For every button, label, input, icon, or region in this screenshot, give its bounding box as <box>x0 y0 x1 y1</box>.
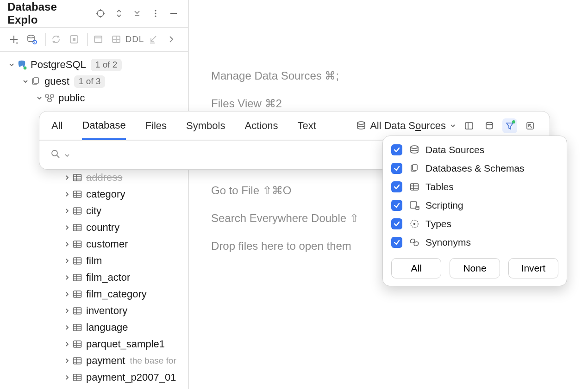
chevron-right-icon[interactable] <box>62 173 72 183</box>
checkbox-checked-icon[interactable] <box>391 181 402 192</box>
checkbox-checked-icon[interactable] <box>391 200 402 211</box>
tree-node-table[interactable]: language <box>0 319 188 336</box>
search-tab-database[interactable]: Database <box>82 112 125 140</box>
tool-window-title: Database Explo <box>7 0 89 26</box>
datasource-properties-icon[interactable] <box>25 31 40 48</box>
search-tab-all[interactable]: All <box>51 111 63 140</box>
filter-item[interactable]: Types <box>383 215 567 233</box>
filter-label: Tables <box>425 181 454 192</box>
node-label: category <box>86 188 125 200</box>
datasource-small-icon[interactable] <box>482 118 497 133</box>
filter-label: Databases & Schemas <box>425 163 525 174</box>
search-tab-text[interactable]: Text <box>298 111 316 140</box>
chevron-right-icon[interactable] <box>62 372 72 383</box>
tree-node-table[interactable]: country <box>0 219 188 236</box>
svg-line-93 <box>57 155 59 158</box>
table-view-icon[interactable] <box>108 31 124 48</box>
filter-icon[interactable] <box>502 118 517 133</box>
svg-rect-33 <box>74 174 81 181</box>
target-icon[interactable] <box>94 7 107 20</box>
chevron-right-icon[interactable] <box>62 222 72 233</box>
filter-item[interactable]: Data Sources <box>383 141 567 159</box>
tree-node-table[interactable]: payment_p2007_01 <box>0 369 188 386</box>
datasource-icon <box>356 121 366 131</box>
filter-label: Scripting <box>425 200 463 211</box>
chevron-right-icon[interactable] <box>62 289 72 299</box>
filter-invert-button[interactable]: Invert <box>508 258 558 278</box>
schema-icon <box>44 93 55 103</box>
search-tab-files[interactable]: Files <box>145 111 167 140</box>
chevron-down-icon[interactable] <box>64 150 70 161</box>
scope-selector[interactable]: All Data Sources <box>356 120 456 132</box>
import-icon[interactable] <box>146 31 161 48</box>
filter-none-button[interactable]: None <box>450 258 500 278</box>
svg-rect-41 <box>74 208 81 214</box>
tree-node-table[interactable]: inventory <box>0 303 188 319</box>
chevron-right-icon[interactable] <box>62 189 72 199</box>
svg-point-94 <box>411 146 418 148</box>
filter-item[interactable]: Tables <box>383 178 567 196</box>
tree-node-table[interactable]: customer <box>0 236 188 253</box>
chevron-right-icon[interactable] <box>62 239 72 249</box>
chevron-right-icon[interactable] <box>62 306 72 316</box>
chevron-down-icon[interactable] <box>34 93 44 103</box>
node-label: payment <box>86 355 125 367</box>
tree-node-table[interactable]: parquet_sample1 <box>0 336 188 352</box>
chevron-right-icon[interactable] <box>163 31 179 48</box>
database-icon <box>31 76 41 86</box>
tree-node-table[interactable]: city <box>0 203 188 219</box>
svg-rect-53 <box>74 258 81 264</box>
tree-node-table[interactable]: film_actor <box>0 269 188 286</box>
scope-label: All Data Sources <box>370 120 446 132</box>
table-icon <box>72 289 82 299</box>
table-icon <box>72 222 82 233</box>
panel-icon[interactable] <box>462 118 476 133</box>
svg-rect-18 <box>94 36 102 43</box>
console-icon[interactable] <box>91 31 106 48</box>
tree-node-schema[interactable]: public <box>0 90 188 106</box>
chevron-right-icon[interactable] <box>62 339 72 349</box>
chevron-right-icon[interactable] <box>62 322 72 333</box>
tree-node-table[interactable]: address <box>0 169 188 186</box>
collapse-all-icon[interactable] <box>130 7 144 20</box>
checkbox-checked-icon[interactable] <box>391 144 402 155</box>
search-tab-symbols[interactable]: Symbols <box>186 111 225 140</box>
tree-node-datasource[interactable]: PostgreSQL 1 of 2 <box>0 56 188 73</box>
chevron-down-icon[interactable] <box>6 60 17 70</box>
svg-rect-96 <box>413 165 417 170</box>
filter-all-button[interactable]: All <box>391 258 441 278</box>
chevron-right-icon[interactable] <box>62 206 72 216</box>
stop-icon[interactable] <box>66 31 81 48</box>
table-icon <box>72 339 82 349</box>
svg-rect-81 <box>74 374 81 381</box>
chevron-right-icon[interactable] <box>62 256 72 266</box>
checkbox-checked-icon[interactable] <box>391 237 402 248</box>
svg-rect-28 <box>45 95 49 97</box>
checkbox-checked-icon[interactable] <box>391 163 402 174</box>
tree-node-table[interactable]: paymentthe base for <box>0 352 188 369</box>
chevron-right-icon[interactable] <box>62 272 72 283</box>
ddl-button[interactable]: DDL <box>126 31 143 48</box>
checkbox-checked-icon[interactable] <box>391 218 402 229</box>
tree-node-database[interactable]: guest 1 of 3 <box>0 73 188 90</box>
node-label: guest <box>44 75 69 87</box>
search-icon <box>50 149 61 161</box>
minimize-icon[interactable] <box>167 7 181 20</box>
filter-item[interactable]: Synonyms <box>383 233 567 252</box>
tree-node-table[interactable]: film <box>0 253 188 269</box>
svg-rect-30 <box>48 99 51 101</box>
more-icon[interactable] <box>149 7 163 20</box>
filter-item[interactable]: Scripting <box>383 196 567 215</box>
filter-item[interactable]: Databases & Schemas <box>383 159 567 178</box>
tree-node-table[interactable]: category <box>0 186 188 203</box>
tree-node-table[interactable]: film_category <box>0 286 188 303</box>
svg-rect-57 <box>74 274 81 281</box>
expand-collapse-icon[interactable] <box>112 7 126 20</box>
refresh-icon[interactable] <box>49 31 64 48</box>
node-label: customer <box>86 238 128 250</box>
chevron-down-icon[interactable] <box>20 76 31 86</box>
add-icon[interactable] <box>6 31 22 48</box>
chevron-right-icon[interactable] <box>62 356 72 366</box>
pin-icon[interactable] <box>523 118 538 133</box>
search-tab-actions[interactable]: Actions <box>244 111 278 140</box>
